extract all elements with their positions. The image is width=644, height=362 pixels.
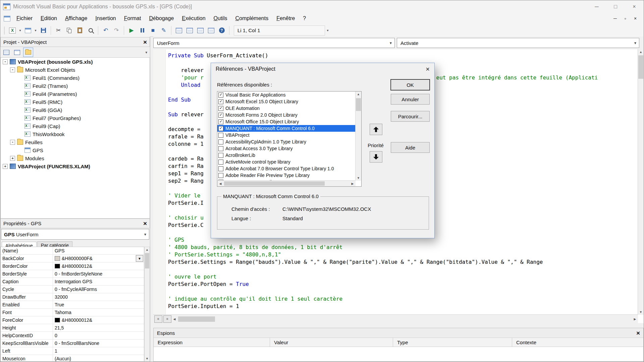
- tree-item[interactable]: -VBAProject (boussole GPS.xls): [1, 58, 150, 66]
- property-value[interactable]: 32000: [53, 293, 144, 301]
- scroll-down-icon[interactable]: ▼: [638, 309, 644, 315]
- watch-column-header[interactable]: Valeur: [270, 338, 393, 347]
- scroll-up-icon[interactable]: ▲: [638, 49, 644, 55]
- chevron-down-icon[interactable]: ▼: [142, 233, 149, 236]
- properties-window-button[interactable]: [184, 25, 195, 36]
- object-browser-button[interactable]: [195, 25, 205, 36]
- property-row[interactable]: Left1: [1, 347, 144, 355]
- tree-item[interactable]: Feuil7 (PourGraphes): [1, 114, 150, 122]
- reference-item[interactable]: ✓Microsoft Excel 15.0 Object Library: [217, 98, 356, 105]
- paste-button[interactable]: [75, 25, 85, 36]
- property-value[interactable]: 21,5: [53, 324, 144, 331]
- scrollbar-thumb[interactable]: [178, 316, 215, 322]
- menu-item[interactable]: Format: [120, 14, 145, 23]
- property-row[interactable]: Height21,5: [1, 324, 144, 332]
- minimize-icon[interactable]: ─: [587, 0, 606, 13]
- tree-item[interactable]: Feuil6 (GGA): [1, 106, 150, 114]
- property-row[interactable]: DrawBuffer32000: [1, 293, 144, 301]
- checkbox-icon[interactable]: ✓: [218, 93, 223, 98]
- insert-userform-button[interactable]: [23, 25, 33, 36]
- view-excel-button[interactable]: X: [7, 25, 17, 36]
- property-value[interactable]: (Aucun): [53, 355, 144, 362]
- reference-item[interactable]: ✓Visual Basic For Applications: [217, 92, 356, 98]
- panel-overflow-icon[interactable]: ▾: [145, 50, 149, 55]
- property-row[interactable]: FontTahoma: [1, 309, 144, 316]
- reference-item[interactable]: Adobe Acrobat 7.0 Browser Control Type L…: [217, 165, 356, 172]
- reference-item[interactable]: ActiveMovie control type library: [217, 159, 356, 165]
- list-horizontal-scrollbar[interactable]: ◀ ▶: [217, 180, 356, 186]
- menu-item[interactable]: Affichage: [61, 14, 91, 23]
- copy-button[interactable]: [64, 25, 74, 36]
- view-excel-dropdown-icon[interactable]: ▾: [18, 25, 22, 36]
- checkbox-icon[interactable]: [218, 146, 223, 151]
- scrollbar-thumb[interactable]: [638, 55, 643, 79]
- scroll-down-icon[interactable]: ▼: [145, 356, 150, 361]
- tree-item[interactable]: -Microsoft Excel Objets: [1, 66, 150, 74]
- design-mode-button[interactable]: ✎: [159, 25, 169, 36]
- project-tree[interactable]: -VBAProject (boussole GPS.xls)-Microsoft…: [0, 57, 150, 219]
- property-value[interactable]: Tahoma: [53, 309, 144, 316]
- scroll-down-icon[interactable]: ▼: [356, 175, 361, 181]
- list-vertical-scrollbar[interactable]: ▲ ▼: [355, 92, 361, 181]
- tree-item[interactable]: Feuil5 (RMC): [1, 98, 150, 106]
- insert-dropdown-icon[interactable]: ▾: [34, 25, 38, 36]
- property-value[interactable]: 1: [53, 347, 144, 355]
- break-button[interactable]: [137, 25, 147, 36]
- toolbar-options-icon[interactable]: ▾: [326, 25, 330, 36]
- scroll-left-icon[interactable]: ◀: [217, 180, 223, 187]
- priority-up-button[interactable]: [370, 124, 382, 135]
- reset-button[interactable]: ■: [148, 25, 158, 36]
- references-listbox[interactable]: ✓Visual Basic For Applications✓Microsoft…: [217, 91, 362, 187]
- browse-button[interactable]: Parcourir...: [391, 111, 430, 122]
- reference-item[interactable]: Adobe Reader File Preview Type Library: [217, 172, 356, 179]
- checkbox-icon[interactable]: ✓: [218, 106, 223, 111]
- tree-item[interactable]: +VBAProject (FUNCRES.XLAM): [1, 162, 150, 170]
- reference-item[interactable]: ✓OLE Automation: [217, 105, 356, 112]
- property-value[interactable]: &H8000000F&▼: [53, 255, 144, 262]
- full-module-view-icon[interactable]: ≡: [154, 315, 162, 323]
- scroll-right-icon[interactable]: ▶: [350, 180, 356, 187]
- watch-column-header[interactable]: Type: [393, 338, 512, 347]
- chevron-down-icon[interactable]: ▼: [387, 41, 394, 45]
- view-code-button[interactable]: [2, 48, 11, 57]
- redo-button[interactable]: ↷: [111, 25, 121, 36]
- priority-down-button[interactable]: [370, 151, 382, 163]
- close-icon[interactable]: ×: [143, 39, 147, 45]
- property-row[interactable]: CaptionInterrogation GPS: [1, 278, 144, 286]
- property-value[interactable]: &H80000012&: [53, 262, 144, 270]
- property-value[interactable]: 0: [53, 332, 144, 339]
- tree-item[interactable]: Feuil9 (Cap): [1, 122, 150, 130]
- maximize-icon[interactable]: □: [606, 0, 625, 13]
- tree-item[interactable]: Feuil2 (Trames): [1, 82, 150, 90]
- tree-item[interactable]: ThisWorkbook: [1, 130, 150, 138]
- menu-item[interactable]: Compléments: [231, 14, 272, 23]
- code-margin[interactable]: [153, 49, 166, 315]
- child-restore-icon[interactable]: ▫: [620, 14, 630, 23]
- procedure-view-icon[interactable]: ≡: [163, 315, 171, 323]
- property-value[interactable]: 0 - fmScrollBarsNone: [53, 340, 144, 347]
- object-combo[interactable]: UserForm ▼: [153, 38, 395, 48]
- help-button[interactable]: ?: [217, 25, 227, 36]
- chevron-down-icon[interactable]: ▼: [632, 41, 639, 45]
- tree-item[interactable]: GPS: [1, 146, 150, 154]
- child-close-icon[interactable]: ×: [630, 14, 640, 23]
- scrollbar-thumb[interactable]: [145, 253, 149, 268]
- checkbox-icon[interactable]: [218, 173, 223, 178]
- checkbox-icon[interactable]: [218, 139, 223, 144]
- watch-column-header[interactable]: Contexte: [512, 338, 643, 347]
- toggle-folders-button[interactable]: [23, 48, 33, 57]
- close-icon[interactable]: ×: [143, 220, 147, 227]
- property-row[interactable]: Cycle0 - fmCycleAllForms: [1, 286, 144, 293]
- property-row[interactable]: EnabledTrue: [1, 301, 144, 309]
- tree-item[interactable]: +Modules: [1, 154, 150, 162]
- scroll-up-icon[interactable]: ▲: [356, 92, 361, 97]
- save-button[interactable]: [38, 25, 48, 36]
- checkbox-icon[interactable]: [218, 153, 223, 158]
- cancel-button[interactable]: Annuler: [391, 94, 430, 105]
- run-button[interactable]: ▶: [126, 25, 137, 36]
- property-row[interactable]: BorderColor&H80000012&: [1, 262, 144, 270]
- tree-expander-icon[interactable]: -: [10, 140, 15, 145]
- tree-expander-icon[interactable]: -: [10, 67, 15, 72]
- scrollbar-thumb[interactable]: [356, 98, 361, 111]
- property-value[interactable]: 0 - fmBorderStyleNone: [53, 270, 144, 278]
